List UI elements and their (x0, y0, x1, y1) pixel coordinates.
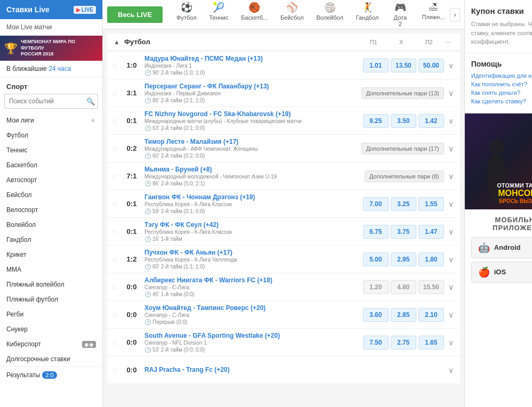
match-name[interactable]: South Avenue - GFA Sporting Westlake (+2… (144, 332, 363, 339)
odd-p2[interactable]: 1.55 (418, 197, 444, 211)
odd-p1[interactable]: 9.25 (363, 114, 389, 128)
odd-p2[interactable]: 15.50 (418, 280, 444, 294)
odd-p1[interactable]: 7.50 (363, 336, 389, 349)
favorite-star[interactable]: ☆ (111, 366, 120, 375)
tab-tennis[interactable]: 🎾 Теннис (204, 0, 234, 30)
favorite-star[interactable]: ☆ (111, 117, 120, 125)
expand-button[interactable]: ∨ (446, 115, 456, 127)
match-name[interactable]: Гангвон ФК - Чоннам Дрэгонз (+19) (144, 193, 363, 201)
expand-button[interactable]: ∨ (446, 170, 456, 183)
more-pairs-btn[interactable]: Дополнительные пари (8) (365, 170, 444, 182)
promo-banner[interactable]: ОТОЖМИ ТАЧКУ МОНСОНА БРОСЬ ВЫЗОВ! (465, 113, 532, 209)
odd-x[interactable]: 13.50 (391, 59, 416, 72)
tab-football[interactable]: ⚽ Футбол (171, 0, 201, 30)
expand-button[interactable]: ∨ (446, 142, 456, 155)
tab-handball[interactable]: 🤾 Гандбол (351, 0, 384, 30)
expand-button[interactable]: ∨ (446, 281, 456, 294)
section-collapse-icon[interactable]: ▲ (114, 38, 120, 46)
match-name[interactable]: Хоум Юнайтед - Тампинс Роверс (+20) (144, 304, 363, 312)
expand-button[interactable]: ∨ (446, 364, 456, 377)
favorite-star[interactable]: ☆ (111, 61, 120, 70)
odd-p2[interactable]: 50.00 (418, 59, 444, 72)
odd-p1[interactable]: 3.60 (363, 308, 389, 322)
tab-baseball[interactable]: ⚾ Бейсбол (275, 0, 309, 30)
sidebar-item-my-leagues[interactable]: Мои лиги ★ (0, 113, 102, 128)
odd-p1[interactable]: 1.20 (363, 280, 389, 294)
favorite-star[interactable]: ☆ (111, 89, 120, 97)
live-all-button[interactable]: Весь LIVE (107, 6, 163, 23)
favorite-star[interactable]: ☆ (111, 311, 120, 319)
sidebar-item-tennis[interactable]: Теннис (0, 143, 102, 158)
help-link-deposit[interactable]: Как пополнить счёт? (471, 81, 532, 87)
sidebar-item-cycling[interactable]: Велоспорт (0, 202, 102, 217)
odd-p1[interactable]: 5.00 (363, 253, 389, 266)
favorite-star[interactable]: ☆ (111, 283, 120, 291)
nearest-link[interactable]: 24 часа (49, 65, 71, 72)
android-app-button[interactable]: 🤖 Android (471, 237, 532, 258)
sidebar-item-cricket[interactable]: Крикет (0, 247, 102, 262)
sidebar-item-esports[interactable]: Киберспорт ◉◉ (0, 337, 102, 352)
expand-button[interactable]: ∨ (446, 336, 456, 349)
favorite-star[interactable]: ☆ (111, 338, 120, 347)
odd-x[interactable]: 4.80 (391, 280, 416, 294)
search-input[interactable] (4, 94, 98, 109)
tab-beach[interactable]: 🏖 Пляжн... (417, 0, 450, 30)
expand-button[interactable]: ∨ (446, 308, 456, 321)
sidebar-item-baseball[interactable]: Бейсбол (0, 188, 102, 202)
expand-button[interactable]: ∨ (446, 225, 456, 238)
favorite-star[interactable]: ☆ (111, 255, 120, 264)
favorite-star[interactable]: ☆ (111, 200, 120, 208)
expand-button[interactable]: ∨ (446, 253, 456, 266)
match-name[interactable]: Тимор Лесте - Малайзия (+17) (144, 138, 361, 145)
help-link-bet[interactable]: Как сделать ставку? (471, 98, 532, 104)
odd-p2[interactable]: 2.10 (418, 308, 444, 322)
sidebar-item-longterm[interactable]: Долгосрочные ставки (0, 352, 102, 367)
odd-p1[interactable]: 1.01 (363, 59, 389, 72)
match-name[interactable]: FC Nizhny Novgorod - FC Ska-Khabarovsk (… (144, 110, 363, 118)
match-name[interactable]: Мадура Юнайтед - ПСМС Медан (+13) (144, 55, 363, 62)
sidebar-item-beach-volleyball[interactable]: Пляжный волейбол (0, 277, 102, 292)
odd-p1[interactable]: 6.75 (363, 225, 389, 239)
sidebar-item-mma[interactable]: MMA (0, 262, 102, 277)
odd-p2[interactable]: 1.42 (418, 114, 444, 128)
sidebar-item-handball[interactable]: Гандбол (0, 232, 102, 247)
odd-x[interactable]: 3.50 (391, 114, 416, 128)
favorite-star[interactable]: ☆ (111, 172, 120, 181)
help-link-identity[interactable]: Идентификация для игры (471, 72, 532, 79)
sidebar-item-autosport[interactable]: Автоспорт (0, 173, 102, 188)
sidebar-item-basketball[interactable]: Баскетбол (0, 158, 102, 173)
more-pairs-btn[interactable]: Дополнительные пари (17) (361, 143, 444, 154)
odd-p1[interactable]: 7.00 (363, 197, 389, 211)
sidebar-item-snooker[interactable]: Снукер (0, 322, 102, 337)
sidebar-item-volleyball[interactable]: Волейбол (0, 217, 102, 232)
odd-x[interactable]: 3.75 (391, 225, 416, 239)
match-name[interactable]: Пучхон ФК - ФК Аньян (+17) (144, 249, 363, 256)
expand-button[interactable]: ∨ (446, 87, 456, 100)
match-name[interactable]: Тэгу ФК - ФК Сеул (+42) (144, 221, 363, 229)
sidebar-item-football[interactable]: Футбол (0, 128, 102, 143)
odd-x[interactable]: 2.85 (391, 308, 416, 322)
nav-next-arrow[interactable]: › (450, 8, 460, 21)
expand-button[interactable]: ∨ (446, 59, 456, 72)
odd-p2[interactable]: 1.80 (418, 253, 444, 266)
odd-x[interactable]: 2.75 (391, 336, 416, 349)
match-name[interactable]: Мьянма - Бруней (+8) (144, 166, 365, 173)
tab-basketball[interactable]: 🏀 Баскетб... (236, 0, 273, 30)
russia-banner[interactable]: 🏆 ЧЕМПИОНАТ МИРА ПО ФУТБОЛУ РОССИЯ 2018 (0, 36, 102, 61)
favorite-star[interactable]: ☆ (111, 227, 120, 236)
tab-volleyball[interactable]: 🏐 Волейбол (311, 0, 349, 30)
favorite-star[interactable]: ☆ (111, 144, 120, 153)
sidebar-item-rugby[interactable]: Регби (0, 307, 102, 322)
odd-p2[interactable]: 1.65 (418, 336, 444, 349)
match-name[interactable]: Албирекс Ниигата ФК - Warriors FC (+18) (144, 276, 363, 284)
match-name[interactable]: Персеранг Серанг - ФК Паканбару (+13) (144, 83, 361, 90)
match-name[interactable]: RAJ Pracha - Trang Fc (+20) (144, 366, 444, 373)
odd-x[interactable]: 3.25 (391, 197, 416, 211)
expand-button[interactable]: ∨ (446, 198, 456, 210)
results-bar[interactable]: Результаты 2:0 (0, 367, 102, 383)
search-icon[interactable]: 🔍 (86, 97, 95, 105)
help-link-withdraw[interactable]: Как снять деньги? (471, 89, 532, 96)
sidebar-item-beach-football[interactable]: Пляжный футбол (0, 292, 102, 307)
odd-x[interactable]: 2.95 (391, 253, 416, 266)
more-pairs-btn[interactable]: Дополнительные пари (13) (361, 87, 444, 99)
